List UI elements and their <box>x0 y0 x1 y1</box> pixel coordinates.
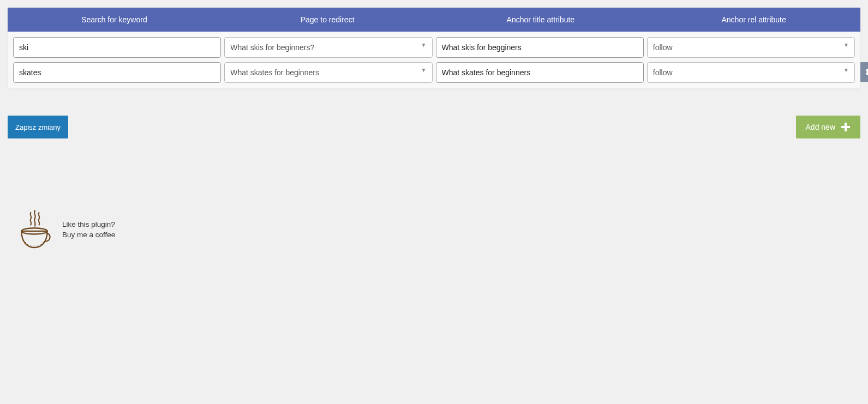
chevron-down-icon: ▼ <box>419 40 429 50</box>
rel-value: follow <box>653 43 673 52</box>
svg-point-8 <box>25 242 26 243</box>
table-row: What skates for beginners▼follow▼ <box>13 62 855 83</box>
promo-section[interactable]: Like this plugin? Buy me a coffee <box>16 209 868 251</box>
rules-panel: Search for keyword Page to redirect Anch… <box>8 8 860 88</box>
header-redirect: Page to redirect <box>221 15 434 24</box>
svg-point-4 <box>31 245 32 246</box>
redirect-select[interactable]: What skis for beginners?▼ <box>224 37 432 58</box>
title-attr-input[interactable] <box>436 62 644 83</box>
table-header: Search for keyword Page to redirect Anch… <box>8 8 860 32</box>
rows-area: What skis for beginners?▼follow▼What ska… <box>8 32 860 88</box>
keyword-input[interactable] <box>13 37 221 58</box>
gear-icon <box>865 67 868 77</box>
rel-select[interactable]: follow▼ <box>647 62 855 83</box>
svg-point-6 <box>38 245 39 246</box>
svg-point-5 <box>34 245 35 246</box>
rel-select[interactable]: follow▼ <box>647 37 855 58</box>
header-rel-attr: Anchor rel attribute <box>647 15 860 24</box>
plus-icon <box>841 122 851 132</box>
redirect-value: What skates for beginners <box>230 68 319 77</box>
chevron-down-icon: ▼ <box>419 65 429 75</box>
redirect-select[interactable]: What skates for beginners▼ <box>224 62 432 83</box>
header-title-attr: Anchor title attribute <box>434 15 648 24</box>
promo-line-2: Buy me a coffee <box>62 230 115 240</box>
table-row: What skis for beginners?▼follow▼ <box>13 37 855 58</box>
header-keyword: Search for keyword <box>8 15 221 24</box>
rel-value: follow <box>653 68 673 77</box>
svg-rect-1 <box>841 126 850 128</box>
svg-point-3 <box>27 244 28 245</box>
keyword-input[interactable] <box>13 62 221 83</box>
svg-point-7 <box>41 244 42 245</box>
promo-text: Like this plugin? Buy me a coffee <box>62 220 115 240</box>
row-settings-button[interactable] <box>860 62 868 82</box>
svg-point-9 <box>43 242 44 243</box>
row-actions <box>860 62 868 82</box>
add-new-button[interactable]: Add new <box>796 116 860 138</box>
promo-line-1: Like this plugin? <box>62 220 115 230</box>
redirect-value: What skis for beginners? <box>230 43 314 52</box>
chevron-down-icon: ▼ <box>841 65 851 75</box>
coffee-icon <box>16 209 52 251</box>
save-button[interactable]: Zapisz zmiany <box>8 116 68 138</box>
add-new-label: Add new <box>806 123 835 131</box>
title-attr-input[interactable] <box>436 37 644 58</box>
chevron-down-icon: ▼ <box>841 40 851 50</box>
